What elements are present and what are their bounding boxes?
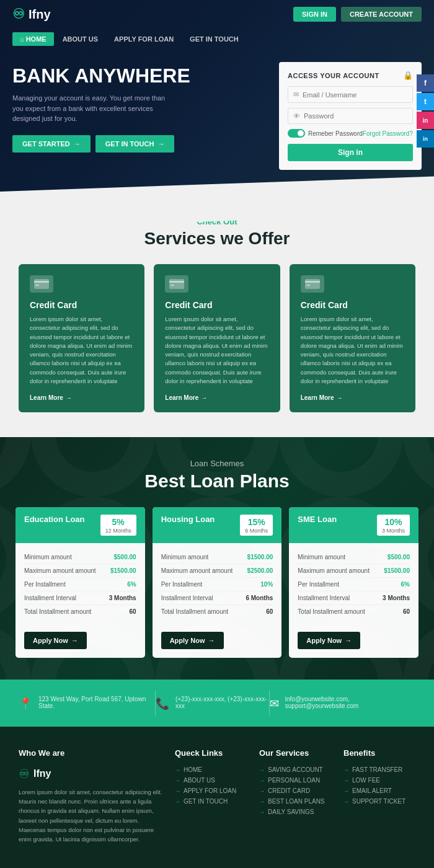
email-icon: ✉ <box>293 91 299 99</box>
footer-service-saving[interactable]: →SAVING ACCOUNT <box>259 766 331 773</box>
service-card-text-3: Lorem ipsum dolor sit amet, consectetur … <box>301 315 404 386</box>
service-card-text-2: Lorem ipsum dolor sit amet, consectetur … <box>165 315 268 386</box>
footer: Who We are ♾ Ifny Lorem ipsum dolor sit … <box>0 727 434 868</box>
loan-name-education: Education Loan <box>24 515 85 524</box>
create-account-button[interactable]: CREATE ACCOUNT <box>341 7 422 22</box>
card-icon-3 <box>301 275 324 293</box>
footer-service-personal[interactable]: →PERSONAL LOAN <box>259 777 331 784</box>
remember-toggle[interactable] <box>288 129 305 138</box>
loan-rate-box-education: 5% 12 Months <box>100 515 136 536</box>
svg-rect-8 <box>306 285 310 286</box>
footer-links-title: Queck Links <box>175 748 247 758</box>
forgot-password-link[interactable]: Forgot Password? <box>363 130 413 137</box>
footer-services-title: Our Services <box>259 748 331 758</box>
learn-more-3[interactable]: Learn More → <box>301 394 404 401</box>
password-input[interactable] <box>304 112 407 120</box>
password-input-group[interactable]: 👁 <box>288 108 413 124</box>
nav-apply[interactable]: APPLY FOR LOAN <box>107 32 181 46</box>
services-section: Check Out Services we Offer Credit Card … <box>0 192 434 437</box>
svg-rect-5 <box>170 285 174 286</box>
footer-links-col: Queck Links →HOME →ABOUT US →APPLY FOR L… <box>175 748 247 844</box>
loan-card-education: Education Loan 5% 12 Months Minimum amou… <box>16 507 145 658</box>
hero-buttons: GET STARTED → GET IN TOUCH → <box>12 135 267 153</box>
lock-icon: 🔒 <box>403 71 413 80</box>
footer-benefits-col: Benefits →FAST TRANSFER →LOW FEE →EMAIL … <box>343 748 415 844</box>
logo: ♾ Ifny <box>12 6 51 22</box>
service-card-text-1: Lorem ipsum dolor sit amet, consectetur … <box>30 315 133 386</box>
contact-phone: 📞 (+23)-xxx-xxx-xxx, (+23)-xxx-xxx-xxx <box>156 696 269 711</box>
footer-link-about[interactable]: →ABOUT US <box>175 777 247 784</box>
login-header: ACCESS YOUR ACCOUNT 🔒 <box>288 71 413 80</box>
footer-benefit-email[interactable]: →EMAIL ALERT <box>343 787 415 794</box>
nav-contact[interactable]: GET IN TOUCH <box>182 32 246 46</box>
footer-service-savings[interactable]: →DAILY SAVINGS <box>259 808 331 815</box>
email-icon: ✉ <box>270 697 279 711</box>
get-started-button[interactable]: GET STARTED → <box>12 135 91 153</box>
brand-name: Ifny <box>29 7 51 22</box>
get-in-touch-button[interactable]: GET IN TOUCH → <box>95 135 175 153</box>
loan-rate-sme: 10% <box>384 517 402 527</box>
login-box: ACCESS YOUR ACCOUNT 🔒 ✉ 👁 Re <box>279 62 422 170</box>
phone-icon: 📞 <box>156 697 169 711</box>
footer-logo: ♾ Ifny <box>19 766 162 781</box>
social-sidebar: f t in in <box>417 74 434 148</box>
apply-education-button[interactable]: Apply Now → <box>24 632 87 649</box>
phone-text: (+23)-xxx-xxx-xxx, (+23)-xxx-xxx-xxx <box>175 696 269 709</box>
loan-row: Per Installment 6% <box>298 578 410 591</box>
footer-service-credit[interactable]: →CREDIT CARD <box>259 787 331 794</box>
footer-about-text: Lorem ipsum dolor sit amet, consectetur … <box>19 787 162 844</box>
login-button[interactable]: Sign in <box>288 144 413 161</box>
remember-label[interactable]: Remeber Password <box>288 129 363 138</box>
location-icon: 📍 <box>19 697 32 711</box>
apply-housing-button[interactable]: Apply Now → <box>161 632 224 649</box>
learn-more-2[interactable]: Learn More → <box>165 394 268 401</box>
twitter-button[interactable]: t <box>417 93 434 110</box>
hero-title: BANK ANYWHERE <box>12 65 267 87</box>
toggle-knob <box>298 130 304 136</box>
loans-grid: Education Loan 5% 12 Months Minimum amou… <box>16 507 418 658</box>
footer-link-home[interactable]: →HOME <box>175 766 247 773</box>
svg-rect-0 <box>34 279 49 289</box>
loan-details-education: Minimum amount $500.00 Maximum amount am… <box>16 543 145 626</box>
footer-benefit-transfer[interactable]: →FAST TRANSFER <box>343 766 415 773</box>
services-subtitle: Check Out <box>19 217 415 226</box>
loan-row: Total Installment amount 60 <box>161 605 273 618</box>
apply-sme-button[interactable]: Apply Now → <box>298 632 360 649</box>
loan-rate-box-housing: 15% 6 Months <box>240 515 273 536</box>
nav-bar: ⌂HOME ABOUT US APPLY FOR LOAN GET IN TOU… <box>0 29 434 50</box>
card-icon-1 <box>30 275 53 293</box>
footer-link-contact[interactable]: →GET IN TOUCH <box>175 798 247 805</box>
hero-left: BANK ANYWHERE Managing your account is e… <box>12 59 267 170</box>
facebook-button[interactable]: f <box>417 74 434 92</box>
email-text: info@yourwebsite.com, support@yourwebsit… <box>285 696 415 709</box>
email-input-group[interactable]: ✉ <box>288 86 413 103</box>
top-bar: ♾ Ifny SIGN IN CREATE ACCOUNT <box>0 0 434 29</box>
signin-button[interactable]: SIGN IN <box>293 7 336 22</box>
loan-row: Installment Interval 6 Months <box>161 591 273 605</box>
loan-header-sme: SME Loan 10% 3 Months <box>289 507 418 543</box>
linkedin-button[interactable]: in <box>417 130 434 148</box>
instagram-button[interactable]: in <box>417 112 434 129</box>
loan-period-housing: 6 Months <box>245 528 268 534</box>
nav-about[interactable]: ABOUT US <box>55 32 105 46</box>
footer-benefit-support[interactable]: →SUPPORT TICKET <box>343 798 415 805</box>
footer-service-loan-plans[interactable]: →BEST LOAN PLANS <box>259 798 331 805</box>
loan-row: Total Installment amount 60 <box>24 605 136 618</box>
footer-logo-text: Ifny <box>33 768 51 779</box>
loan-row: Per Installment 6% <box>24 578 136 591</box>
nav-home[interactable]: ⌂HOME <box>12 32 54 46</box>
learn-more-1[interactable]: Learn More → <box>30 394 133 401</box>
contact-address: 📍 123 West Way, Port Road 567, Uptown St… <box>19 696 155 711</box>
service-card-title-3: Credit Card <box>301 300 404 310</box>
loan-card-sme: SME Loan 10% 3 Months Minimum amount $50… <box>289 507 418 658</box>
footer-link-apply[interactable]: →APPLY FOR LOAN <box>175 787 247 794</box>
email-input[interactable] <box>303 91 407 99</box>
hero-content: BANK ANYWHERE Managing your account is e… <box>0 50 434 179</box>
loan-row: Minimum amount $500.00 <box>24 551 136 564</box>
contact-email: ✉ info@yourwebsite.com, support@yourwebs… <box>270 696 415 711</box>
footer-benefit-fee[interactable]: →LOW FEE <box>343 777 415 784</box>
svg-rect-7 <box>305 281 320 283</box>
footer-logo-icon: ♾ <box>19 766 30 781</box>
loan-row: Installment Interval 3 Months <box>298 591 410 605</box>
footer-grid: Who We are ♾ Ifny Lorem ipsum dolor sit … <box>19 748 415 844</box>
